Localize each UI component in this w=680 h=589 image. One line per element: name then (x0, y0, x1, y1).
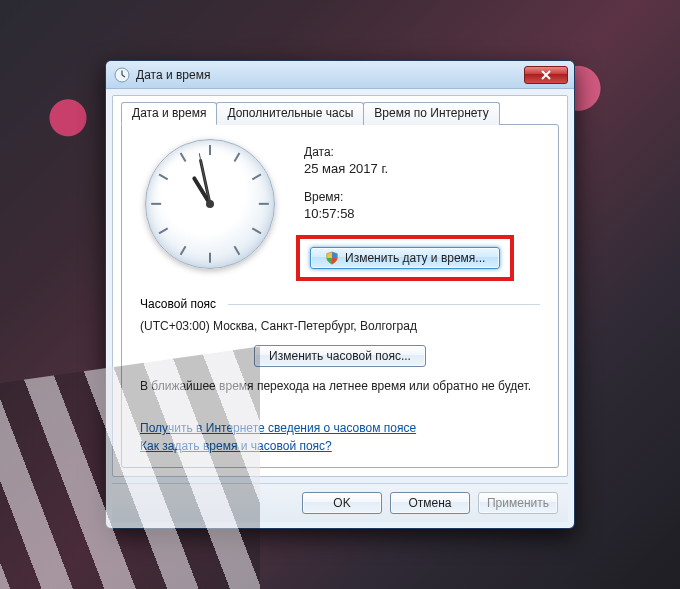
titlebar[interactable]: Дата и время (106, 61, 574, 89)
app-icon (114, 67, 130, 83)
clock-pivot (206, 200, 214, 208)
date-value: 25 мая 2017 г. (304, 161, 540, 176)
time-label: Время: (304, 190, 540, 204)
cancel-button[interactable]: Отмена (390, 492, 470, 514)
close-icon (541, 70, 551, 80)
link-howto-set-time[interactable]: Как задать время и часовой пояс? (140, 439, 332, 453)
timezone-header: Часовой пояс (140, 297, 216, 311)
date-label: Дата: (304, 145, 540, 159)
tab-panel-date-time: Дата: 25 мая 2017 г. Время: 10:57:58 Изм… (121, 124, 559, 468)
change-timezone-button[interactable]: Изменить часовой пояс... (254, 345, 426, 367)
divider (228, 304, 540, 305)
tab-date-time[interactable]: Дата и время (121, 102, 217, 125)
change-date-time-label: Изменить дату и время... (345, 251, 485, 265)
dialog-footer: OK Отмена Применить (112, 483, 568, 522)
ok-button[interactable]: OK (302, 492, 382, 514)
date-time-dialog: Дата и время Дата и время Дополнительные… (105, 60, 575, 529)
desktop-wallpaper: Дата и время Дата и время Дополнительные… (0, 0, 680, 589)
tab-additional-clocks[interactable]: Дополнительные часы (216, 102, 364, 125)
change-timezone-label: Изменить часовой пояс... (269, 349, 411, 363)
analog-clock (145, 139, 275, 269)
shield-icon (325, 251, 339, 265)
apply-button[interactable]: Применить (478, 492, 558, 514)
dst-notice: В ближайшее время перехода на летнее вре… (140, 379, 540, 393)
change-date-time-button[interactable]: Изменить дату и время... (310, 247, 500, 269)
timezone-value: (UTC+03:00) Москва, Санкт-Петербург, Вол… (140, 319, 540, 333)
dialog-body: Дата и время Дополнительные часы Время п… (112, 95, 568, 477)
link-online-timezone-info[interactable]: Получить в Интернете сведения о часовом … (140, 421, 416, 435)
close-button[interactable] (524, 66, 568, 84)
tab-internet-time[interactable]: Время по Интернету (363, 102, 499, 125)
tab-strip: Дата и время Дополнительные часы Время п… (121, 102, 559, 125)
window-title: Дата и время (136, 68, 518, 82)
change-datetime-highlight: Изменить дату и время... (296, 235, 514, 281)
time-value: 10:57:58 (304, 206, 540, 221)
